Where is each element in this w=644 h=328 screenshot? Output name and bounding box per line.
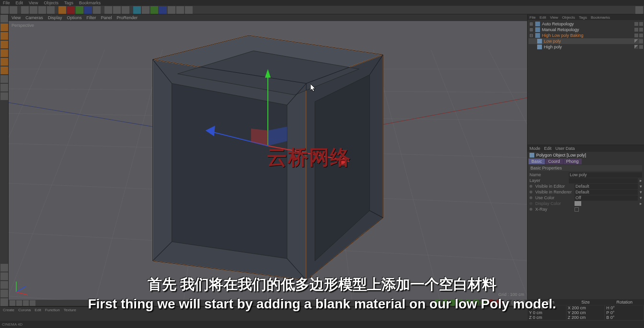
chevron-down-icon[interactable]: ▾ [640, 184, 642, 189]
layer-field[interactable] [569, 178, 638, 183]
y-axis-icon[interactable] [76, 6, 83, 14]
world-axis-icon[interactable] [93, 6, 101, 14]
size-x-field[interactable]: X 200 cm [567, 305, 605, 310]
view-menu-display[interactable]: Display [48, 15, 62, 20]
menu-file[interactable]: File [3, 0, 10, 5]
rot-p-field[interactable]: P 0° [605, 310, 643, 315]
menu-edit[interactable]: Edit [16, 0, 23, 5]
rotate-tool-icon[interactable] [47, 6, 55, 14]
scale-tool-icon[interactable] [38, 6, 46, 14]
om-edit[interactable]: Edit [540, 15, 546, 20]
snap-settings-icon[interactable] [0, 272, 8, 280]
chevron-down-icon[interactable]: ▾ [640, 190, 642, 194]
recent-tool-icon[interactable] [58, 6, 66, 14]
mat-create[interactable]: Create [3, 308, 14, 312]
chevron-down-icon[interactable]: ▸ [640, 178, 642, 183]
axis-mode-icon[interactable] [0, 75, 8, 83]
polygon-mode-icon[interactable] [0, 67, 8, 74]
om-file[interactable]: File [529, 15, 536, 20]
layout-icon[interactable] [635, 6, 643, 14]
menu-tags[interactable]: Tags [64, 0, 73, 5]
om-bookmarks[interactable]: Bookmarks [591, 15, 610, 20]
render-icon[interactable] [104, 6, 112, 14]
select-tool-icon[interactable] [21, 6, 29, 14]
view-menu-options[interactable]: Options [67, 15, 81, 20]
size-z-field[interactable]: Z 200 cm [567, 315, 605, 320]
view-menu-panel[interactable]: Panel [101, 15, 112, 20]
pos-z-field[interactable]: Z 0 cm [528, 315, 566, 320]
attr-mode[interactable]: Mode [529, 146, 540, 151]
xray-checkbox[interactable] [575, 207, 579, 212]
make-editable-icon[interactable] [0, 15, 8, 23]
texture-mode-icon[interactable] [0, 32, 8, 40]
tree-item[interactable]: High poly [529, 44, 643, 50]
mat-function[interactable]: Function [45, 308, 60, 312]
viewport-solo-icon[interactable] [0, 92, 8, 100]
light-icon[interactable] [185, 6, 193, 14]
tree-item[interactable]: ⊟ High Low poly Baking [529, 33, 643, 38]
view-menu-view[interactable]: View [12, 15, 21, 20]
coord-tab-size[interactable]: Size [566, 300, 605, 305]
name-field[interactable]: Low poly [569, 172, 642, 178]
redo-icon[interactable] [10, 6, 17, 14]
coord-tab-rotation[interactable]: Rotation [605, 300, 644, 305]
attr-userdata[interactable]: User Data [555, 146, 575, 151]
view-nav-icon[interactable] [10, 300, 15, 306]
render-settings-icon[interactable] [122, 6, 129, 14]
deformer-icon[interactable] [159, 6, 167, 14]
display-color-swatch[interactable] [575, 201, 581, 206]
edge-mode-icon[interactable] [0, 58, 8, 66]
workplane-icon[interactable] [0, 281, 8, 289]
cube-primitive-icon[interactable] [133, 6, 141, 14]
cube-object[interactable] [153, 35, 383, 280]
undo-icon[interactable] [1, 6, 9, 14]
menu-objects[interactable]: Objects [44, 0, 58, 5]
view-nav-icon[interactable] [30, 300, 35, 306]
rot-b-field[interactable]: B 0° [605, 315, 643, 320]
mat-corona[interactable]: Corona [18, 308, 31, 312]
snap-icon[interactable] [0, 264, 8, 271]
color-picker-icon[interactable]: ▸ [640, 201, 642, 206]
attr-tab-coord[interactable]: Coord [545, 158, 563, 164]
view-nav-icon[interactable] [23, 300, 29, 306]
object-manager-tree[interactable]: ⊞ Auto Retopology ⊞ Manual Retopology ⊟ … [528, 20, 644, 145]
move-tool-icon[interactable] [30, 6, 37, 14]
generator-icon[interactable] [150, 6, 158, 14]
tree-item[interactable]: ⊞ Manual Retopology [529, 27, 643, 33]
om-objects[interactable]: Objects [562, 15, 575, 20]
tweak-mode-icon[interactable] [0, 84, 8, 91]
tree-item-selected[interactable]: Low poly [529, 38, 643, 44]
viewport[interactable]: Grid : 100 cm [9, 21, 527, 300]
om-view[interactable]: View [550, 15, 558, 20]
render-region-icon[interactable] [113, 6, 121, 14]
model-mode-icon[interactable] [0, 23, 8, 31]
point-mode-icon[interactable] [0, 49, 8, 57]
view-nav-icon[interactable] [16, 300, 22, 306]
attr-tab-phong[interactable]: Phong [564, 158, 582, 164]
rot-h-field[interactable]: H 0° [605, 305, 643, 310]
environment-icon[interactable] [168, 6, 175, 14]
locked-workplane-icon[interactable] [0, 290, 8, 297]
x-axis-icon[interactable] [67, 6, 75, 14]
planar-workplane-icon[interactable] [0, 298, 8, 306]
tree-item[interactable]: ⊞ Auto Retopology [529, 21, 643, 27]
chevron-down-icon[interactable]: ▾ [640, 195, 642, 200]
use-color-dropdown[interactable]: Off [575, 195, 638, 201]
menu-view[interactable]: View [29, 0, 38, 5]
view-menu-cameras[interactable]: Cameras [25, 15, 43, 20]
view-menu-filter[interactable]: Filter [86, 15, 96, 20]
om-tags[interactable]: Tags [579, 15, 587, 20]
vis-renderer-dropdown[interactable]: Default [575, 190, 638, 195]
view-menu-prorender[interactable]: ProRender [116, 15, 138, 20]
menu-bookmarks[interactable]: Bookmarks [79, 0, 101, 5]
camera-icon[interactable] [176, 6, 184, 14]
z-axis-icon[interactable] [84, 6, 92, 14]
pen-icon[interactable] [142, 6, 150, 14]
vis-editor-dropdown[interactable]: Default [575, 184, 638, 189]
mat-edit[interactable]: Edit [34, 308, 41, 312]
attr-tab-basic[interactable]: Basic [529, 158, 545, 164]
attr-edit[interactable]: Edit [544, 146, 552, 151]
workplane-mode-icon[interactable] [0, 41, 8, 48]
size-y-field[interactable]: Y 200 cm [567, 310, 605, 315]
mat-texture[interactable]: Texture [64, 308, 76, 312]
